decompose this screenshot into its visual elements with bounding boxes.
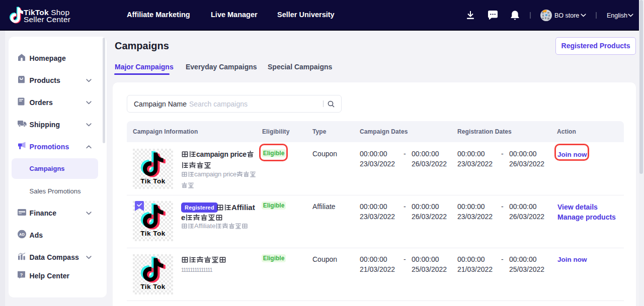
svg-text:?: ? [20, 272, 23, 277]
svg-text:AD: AD [19, 232, 25, 236]
